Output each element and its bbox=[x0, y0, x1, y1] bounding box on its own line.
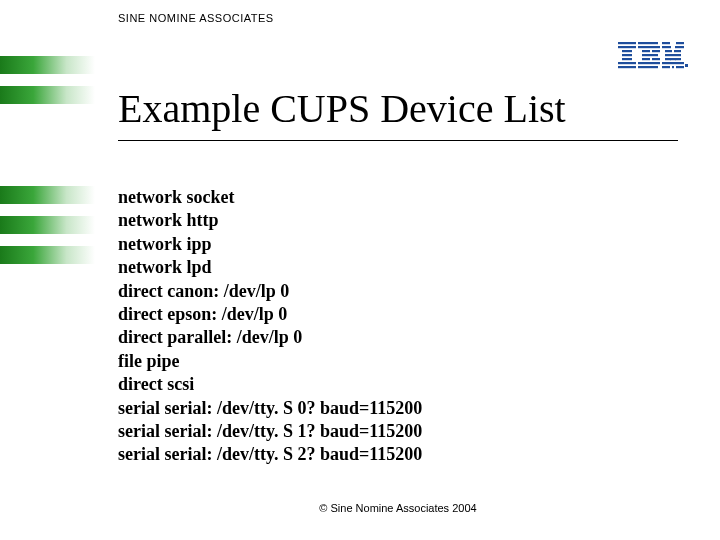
copyright-footer: © Sine Nomine Associates 2004 bbox=[118, 502, 678, 514]
device-line: serial serial: /dev/tty. S 2? baud=11520… bbox=[118, 443, 422, 466]
device-line: direct canon: /dev/lp 0 bbox=[118, 280, 422, 303]
svg-rect-15 bbox=[638, 66, 658, 68]
device-list: network socketnetwork httpnetwork ippnet… bbox=[118, 186, 422, 467]
svg-rect-2 bbox=[622, 50, 632, 52]
device-line: direct parallel: /dev/lp 0 bbox=[118, 326, 422, 349]
svg-rect-29 bbox=[662, 66, 670, 68]
accent-bar bbox=[0, 186, 95, 204]
svg-rect-26 bbox=[662, 62, 671, 64]
device-line: direct scsi bbox=[118, 373, 422, 396]
svg-rect-31 bbox=[676, 66, 684, 68]
device-line: serial serial: /dev/tty. S 0? baud=11520… bbox=[118, 397, 422, 420]
device-line: file pipe bbox=[118, 350, 422, 373]
svg-rect-4 bbox=[622, 58, 632, 60]
svg-rect-17 bbox=[676, 42, 684, 44]
svg-rect-25 bbox=[675, 58, 681, 60]
svg-rect-1 bbox=[618, 46, 636, 48]
device-line: direct epson: /dev/lp 0 bbox=[118, 303, 422, 326]
svg-rect-22 bbox=[665, 54, 681, 56]
svg-rect-0 bbox=[618, 42, 636, 44]
svg-rect-9 bbox=[642, 50, 650, 52]
svg-rect-8 bbox=[638, 46, 660, 48]
svg-rect-32 bbox=[685, 64, 688, 67]
svg-rect-30 bbox=[672, 66, 674, 68]
svg-rect-27 bbox=[671, 62, 675, 64]
device-line: serial serial: /dev/tty. S 1? baud=11520… bbox=[118, 420, 422, 443]
svg-rect-16 bbox=[662, 42, 670, 44]
svg-rect-3 bbox=[622, 54, 632, 56]
svg-rect-21 bbox=[674, 50, 681, 52]
svg-rect-18 bbox=[662, 46, 671, 48]
accent-bar bbox=[0, 246, 95, 264]
ibm-logo-icon bbox=[618, 42, 688, 74]
slide-title: Example CUPS Device List bbox=[118, 85, 566, 132]
accent-stack-top bbox=[0, 56, 95, 116]
accent-bar bbox=[0, 216, 95, 234]
accent-bar bbox=[0, 86, 95, 104]
svg-rect-28 bbox=[675, 62, 684, 64]
svg-rect-6 bbox=[618, 66, 636, 68]
title-underline bbox=[118, 140, 678, 141]
device-line: network http bbox=[118, 209, 422, 232]
slide: SINE NOMINE ASSOCIATES bbox=[0, 0, 720, 540]
svg-rect-10 bbox=[652, 50, 660, 52]
svg-rect-5 bbox=[618, 62, 636, 64]
device-line: network socket bbox=[118, 186, 422, 209]
accent-stack-bottom bbox=[0, 186, 95, 276]
svg-rect-14 bbox=[638, 62, 660, 64]
device-line: network ipp bbox=[118, 233, 422, 256]
accent-bar bbox=[0, 56, 95, 74]
svg-rect-20 bbox=[665, 50, 672, 52]
svg-rect-7 bbox=[638, 42, 658, 44]
device-line: network lpd bbox=[118, 256, 422, 279]
company-header: SINE NOMINE ASSOCIATES bbox=[118, 12, 274, 24]
svg-rect-11 bbox=[642, 54, 658, 56]
svg-rect-13 bbox=[652, 58, 660, 60]
svg-rect-19 bbox=[675, 46, 684, 48]
svg-rect-12 bbox=[642, 58, 650, 60]
